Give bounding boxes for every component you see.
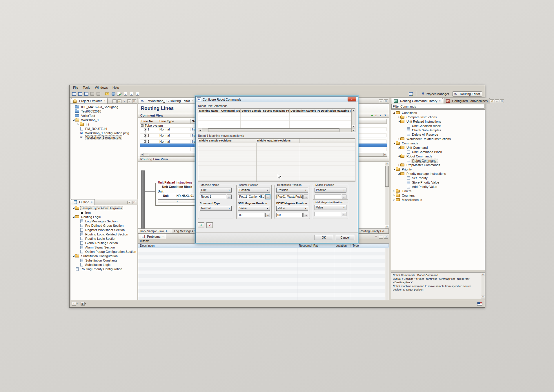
perspective-routing-editor[interactable]: Routing Editor bbox=[452, 91, 482, 97]
new-wizard-icon[interactable] bbox=[71, 91, 77, 97]
menu-windows[interactable]: Windows bbox=[92, 86, 110, 90]
flow-line-bar[interactable] bbox=[141, 170, 145, 228]
open-perspective-icon[interactable] bbox=[408, 91, 414, 97]
tree-item[interactable]: Workshop_1 configuration.pcfg bbox=[70, 131, 137, 135]
generate-doc-icon-2[interactable] bbox=[128, 91, 135, 97]
machine-type-select[interactable]: Unit ▼ bbox=[200, 188, 232, 193]
minimize-icon[interactable]: – bbox=[379, 235, 383, 239]
tree-item[interactable]: Pre-Defined Group Section bbox=[70, 223, 137, 228]
tree-item[interactable]: Worksheet Related Instructions bbox=[391, 137, 485, 141]
mid-magazine-field[interactable] bbox=[315, 212, 341, 216]
maximize-icon[interactable]: □ bbox=[500, 99, 504, 103]
middle-type-select[interactable]: Position ▼ bbox=[315, 188, 346, 193]
chevron-down-icon[interactable]: ▾ bbox=[85, 303, 86, 305]
expander-icon[interactable] bbox=[393, 111, 396, 114]
move-down-icon[interactable]: ▼ bbox=[384, 114, 387, 117]
tree-item[interactable]: Routing Logic Related Section bbox=[70, 232, 137, 236]
browse-button[interactable]: ... bbox=[342, 195, 346, 199]
close-icon[interactable]: × bbox=[91, 201, 92, 204]
delete-command-button[interactable]: × bbox=[206, 222, 213, 228]
tab-project-explorer[interactable]: Project Explorer × bbox=[71, 98, 108, 104]
scroll-right-icon[interactable]: ▶ bbox=[351, 128, 355, 132]
machine-name-field[interactable]: Robot-1 bbox=[200, 195, 226, 199]
tree-item[interactable]: Conditions bbox=[391, 110, 485, 115]
vertical-scrollbar[interactable]: ▲ ▼ bbox=[385, 162, 389, 228]
view-menu-icon[interactable]: ▽ bbox=[122, 99, 126, 103]
scroll-right-icon[interactable]: ▶ bbox=[383, 153, 387, 156]
expander-icon[interactable] bbox=[72, 207, 75, 209]
tree-item[interactable]: Unit Command Block bbox=[391, 150, 485, 154]
filter-commands-input[interactable] bbox=[391, 104, 484, 109]
expander-icon[interactable] bbox=[397, 164, 400, 166]
status-widget-grid[interactable]: ▦▾ bbox=[81, 302, 86, 306]
expander-icon[interactable] bbox=[397, 116, 400, 118]
tree-item[interactable]: Commands bbox=[391, 141, 485, 145]
generate-doc-icon-1[interactable] bbox=[122, 91, 128, 97]
tree-item[interactable]: PM_ROUTE.ini bbox=[70, 126, 137, 131]
browse-button[interactable]: ... bbox=[304, 213, 308, 217]
expander-icon[interactable] bbox=[393, 168, 396, 170]
scroll-up-icon[interactable]: ▲ bbox=[352, 109, 355, 112]
import-icon[interactable] bbox=[77, 91, 83, 97]
tree-item[interactable]: Delete All Reserve bbox=[391, 132, 485, 137]
tree-item[interactable]: Compare Instructions bbox=[391, 115, 485, 119]
minimize-icon[interactable]: – bbox=[127, 201, 131, 204]
close-button[interactable]: × bbox=[348, 97, 356, 101]
tree-item[interactable]: Alarm Signal Section bbox=[70, 245, 137, 249]
scrollbar-thumb[interactable] bbox=[385, 166, 389, 187]
browse-button[interactable]: ... bbox=[227, 195, 232, 199]
mid-magazine-type-select[interactable]: Value ▼ bbox=[315, 205, 346, 210]
tab-sample-flow[interactable]: Iron- Sample Flow Di... bbox=[138, 229, 172, 233]
close-icon[interactable]: × bbox=[192, 99, 193, 102]
tree-item[interactable]: Counters bbox=[391, 193, 485, 197]
scroll-down-icon[interactable]: ▼ bbox=[352, 125, 355, 128]
collapse-box-icon[interactable] bbox=[144, 128, 146, 130]
tree-item-robot-command[interactable]: Robot Command bbox=[391, 158, 485, 163]
maximize-icon[interactable]: □ bbox=[384, 235, 388, 239]
generate-run-icon[interactable]: ▾ bbox=[116, 91, 122, 97]
export-mail-icon[interactable] bbox=[104, 91, 110, 97]
browse-button-focused[interactable]: ... bbox=[265, 195, 270, 199]
add-command-button[interactable]: + bbox=[198, 222, 204, 228]
tree-item[interactable]: Test06032018 bbox=[70, 109, 137, 113]
minimize-icon[interactable]: – bbox=[379, 99, 383, 103]
tree-item[interactable]: Check Sub-Samples bbox=[391, 128, 485, 132]
tree-item[interactable]: IDE_MA16263_Shougang bbox=[70, 105, 137, 109]
scroll-down-icon[interactable]: ▼ bbox=[385, 225, 389, 228]
tree-item[interactable]: Workshop_1 bbox=[70, 118, 137, 122]
move-up-icon[interactable]: ▲ bbox=[379, 114, 382, 117]
tree-item-selected[interactable]: Sample Type Flow Diagrams bbox=[70, 206, 137, 210]
tree-item[interactable]: Log Messages Section bbox=[70, 219, 137, 223]
table-rows[interactable] bbox=[198, 143, 355, 182]
expander-icon[interactable] bbox=[77, 123, 80, 126]
browse-button[interactable]: ... bbox=[304, 195, 308, 199]
minimize-icon[interactable]: – bbox=[495, 99, 499, 103]
ok-button[interactable]: OK bbox=[315, 235, 333, 240]
middle-position-field[interactable] bbox=[315, 195, 341, 199]
expander-icon[interactable] bbox=[393, 198, 396, 201]
tree-item[interactable]: Iron bbox=[70, 210, 137, 215]
tab-outline[interactable]: Outline × bbox=[71, 199, 95, 205]
expander-icon[interactable] bbox=[397, 172, 400, 175]
dialog-title-bar[interactable]: M Configure Robot Commands × bbox=[196, 97, 358, 102]
tree-item-selected[interactable]: Workshop_1 routing.rcfg bbox=[70, 135, 137, 139]
tree-item[interactable]: Unit Command bbox=[391, 145, 485, 150]
tree-item[interactable]: Miscellaneous bbox=[391, 197, 485, 202]
link-with-editor-icon[interactable]: ⇄ bbox=[490, 99, 494, 103]
language-flag-icon[interactable] bbox=[477, 302, 482, 306]
tab-routing-priority[interactable]: Routing Priority Co... bbox=[358, 229, 389, 233]
maximize-icon[interactable]: □ bbox=[132, 201, 136, 204]
tree-item[interactable]: Substitution-Constants bbox=[70, 258, 137, 262]
dest-magazine-type-select[interactable]: Value ▼ bbox=[276, 206, 308, 211]
menu-file[interactable]: File bbox=[71, 86, 81, 90]
minimize-icon[interactable]: – bbox=[127, 99, 131, 103]
scrollbar-thumb[interactable] bbox=[208, 128, 339, 132]
cancel-button[interactable]: Cancel bbox=[336, 235, 354, 240]
problems-rows[interactable] bbox=[138, 248, 385, 300]
vertical-scrollbar[interactable]: ▲ ▼ bbox=[481, 273, 485, 299]
tree-item[interactable]: Unit Related Instructions bbox=[391, 119, 485, 124]
collapse-box-icon[interactable] bbox=[144, 140, 146, 143]
delete-row-icon[interactable]: × bbox=[375, 114, 377, 117]
tab-routing-command-library[interactable]: Routing Command Library × bbox=[392, 98, 443, 104]
vertical-scrollbar[interactable]: ▲ ▼ bbox=[351, 109, 355, 128]
